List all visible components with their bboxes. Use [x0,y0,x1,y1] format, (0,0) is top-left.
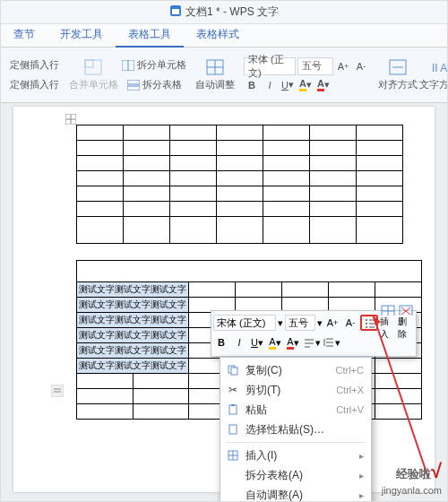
paste-icon [226,402,240,417]
ctx-autofit[interactable]: 自动调整(A)▸ [220,485,371,502]
svg-rect-7 [127,80,140,84]
ctx-cut[interactable]: ✂剪切(T)Ctrl+X [220,380,371,400]
italic-button[interactable]: I [262,77,278,93]
svg-rect-8 [127,86,140,91]
autofit-icon [206,59,224,75]
insert-icon [226,448,240,463]
svg-rect-22 [51,385,64,397]
svg-rect-44 [231,368,237,375]
svg-rect-4 [85,60,93,67]
mini-align-button[interactable]: ▾ [303,334,321,351]
panel-collapse-icon[interactable] [51,385,65,399]
ctx-insert[interactable]: 插入(I)▸ [220,446,371,465]
ctx-paste[interactable]: 粘贴Ctrl+V [220,400,371,420]
font-color-button[interactable]: A▾ [315,77,332,93]
split-cell-icon [122,60,134,71]
mini-bullet-button[interactable] [360,315,378,331]
mini-delete-button[interactable]: 删除 [398,305,414,341]
tab-devtools[interactable]: 开发工具 [47,22,116,47]
mini-font-select[interactable]: 宋体 (正文) [213,315,276,331]
text-direction-button[interactable]: II A 文字方向 [421,50,448,100]
svg-rect-45 [229,405,237,414]
table-row [77,171,403,186]
ctx-copy[interactable]: 复制(C)Ctrl+C [220,360,371,380]
mini-highlight-button[interactable]: A▾ [267,334,283,351]
bold-button[interactable]: B [244,77,260,93]
ribbon-tabs: 查节 开发工具 表格工具 表格样式 [1,24,447,48]
check-icon: √ [431,460,442,482]
svg-rect-47 [229,425,237,434]
alignment-icon [389,59,407,75]
table-row [77,141,403,156]
mini-bold-button[interactable]: B [213,334,229,351]
svg-point-27 [366,323,367,325]
ctx-split-table[interactable]: 拆分表格(A)▸ [220,465,371,485]
menu-separator [226,442,366,443]
underline-button[interactable]: U ▾ [280,77,296,93]
table-row [77,126,403,141]
mini-grow-button[interactable]: A+ [324,315,340,331]
title-bar: 文档1 * - WPS 文字 [1,1,447,24]
mini-spacing-button[interactable]: ▾ [323,334,340,351]
delete-table-icon [399,305,413,316]
autofit-button[interactable]: 自动调整 [197,50,233,100]
mini-shrink-button[interactable]: A- [342,315,358,331]
font-shrink-button[interactable]: A- [353,58,369,74]
highlight-button[interactable]: A▾ [297,77,314,93]
insert-row-left-button[interactable]: 定侧插入行 [4,56,65,75]
font-grow-button[interactable]: A+ [335,58,351,74]
mini-underline-button[interactable]: U▾ [249,334,265,351]
table-row: 测试文字测试文字测试文字 [77,282,422,298]
context-menu: 复制(C)Ctrl+C ✂剪切(T)Ctrl+X 粘贴Ctrl+V 选择性粘贴(… [220,357,372,502]
svg-text:II A: II A [432,62,447,74]
table-row [77,202,403,217]
window-title: 文档1 * - WPS 文字 [185,4,279,20]
tab-table-tools[interactable]: 表格工具 [116,22,184,47]
ribbon: 定侧插入行 定侧插入行 合并单元格 拆分单元格 拆分表格 自动调整 宋体 (正文… [1,48,447,103]
svg-rect-46 [231,404,235,406]
mini-toolbar: 宋体 (正文) ▾ 五号 ▾ A+ A- 插入 删除 B [211,310,417,357]
table-row [77,217,403,244]
mini-insert-button[interactable]: 插入 [380,305,396,341]
font-size-select[interactable]: 五号 [297,57,333,75]
table-row [77,156,403,171]
svg-point-25 [366,319,367,321]
svg-rect-2 [172,7,179,9]
mini-size-select[interactable]: 五号 [285,315,315,331]
align-icon [303,336,315,349]
ctx-paste-special[interactable]: 选择性粘贴(S)… [220,420,371,439]
text-dir-icon: II A [430,59,448,75]
split-table-icon [127,80,140,91]
spacing-icon [323,336,335,349]
bullet-list-icon [364,316,375,329]
document-page[interactable]: 测试文字测试文字测试文字 测试文字测试文字测试文字 测试文字测试文字测试文字 测… [13,107,435,492]
tab-table-style[interactable]: 表格样式 [184,22,252,47]
copy-icon [226,363,240,377]
svg-point-29 [366,326,367,328]
table-row [77,261,422,282]
insert-table-icon [381,305,395,316]
merge-icon [84,59,102,75]
app-icon [169,4,182,20]
table-move-handle-icon[interactable] [65,114,76,125]
split-table-button[interactable]: 拆分表格 [116,75,192,95]
cut-icon: ✂ [226,383,240,397]
split-cells-button[interactable]: 拆分单元格 [116,56,192,75]
page-area: 测试文字测试文字测试文字 测试文字测试文字测试文字 测试文字测试文字测试文字 测… [1,103,447,502]
mini-font-color-button[interactable]: A▾ [285,334,301,351]
insert-row-left2-button[interactable]: 定侧插入行 [4,75,65,95]
paste-special-icon [226,422,240,437]
mini-italic-button[interactable]: I [231,334,247,351]
merge-cells-button: 合并单元格 [75,50,111,100]
alignment-button[interactable]: 对齐方式 [380,50,416,100]
font-family-select[interactable]: 宋体 (正文) [244,57,296,75]
tab-review[interactable]: 查节 [1,22,47,47]
watermark: 经验啦√ jingyanla.com [382,460,442,498]
table-row [77,186,403,202]
